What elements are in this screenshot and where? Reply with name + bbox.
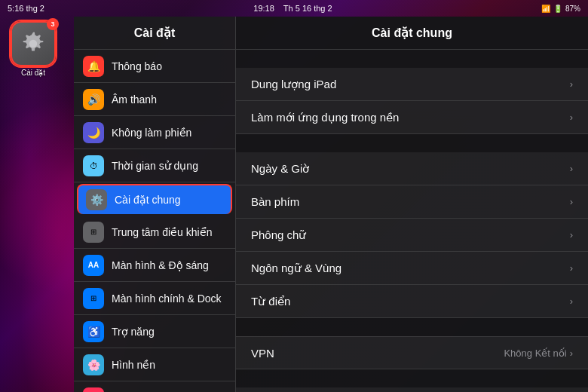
sidebar-item-am-thanh[interactable]: 🔊 Âm thanh — [74, 83, 235, 116]
item-value: › — [570, 112, 573, 123]
sidebar-item-hinh-nen[interactable]: 🌸 Hình nền — [74, 348, 235, 381]
right-panel-content: Dung lượng iPad › Làm mới ứng dụng trong… — [236, 50, 588, 392]
dnd-icon: 🌙 — [83, 122, 104, 143]
sidebar-item-label: Không làm phiền — [112, 127, 191, 139]
status-time: 19:18 Th 5 16 thg 2 — [253, 4, 332, 13]
sidebar-item-siri-tim-kiem[interactable]: 🎙 Siri & Tìm kiếm — [74, 381, 235, 392]
settings-container: Cài đặt 🔔 Thông báo 🔊 Âm thanh 🌙 Không l… — [74, 17, 588, 392]
accessibility-icon: ♿ — [83, 321, 104, 342]
item-label: Từ điển — [251, 295, 290, 308]
item-value: › — [570, 296, 573, 307]
sidebar-item-label: Màn hình & Độ sáng — [112, 259, 209, 271]
right-item-dung-luong-ipad[interactable]: Dung lượng iPad › — [236, 68, 588, 101]
item-value: Không Kết nối › — [504, 348, 573, 359]
chevron-icon: › — [570, 163, 573, 174]
app-badge: 3 — [47, 18, 59, 30]
screentime-icon: ⏱ — [83, 155, 104, 176]
status-bar: 5:16 thg 2 19:18 Th 5 16 thg 2 📶 🔋 87% — [0, 0, 588, 17]
chevron-icon: › — [570, 296, 573, 307]
sidebar-item-label: Hình nền — [112, 359, 155, 371]
item-value: › — [570, 163, 573, 174]
sidebar-item-label: Thông báo — [112, 60, 162, 72]
left-panel: Cài đặt 🔔 Thông báo 🔊 Âm thanh 🌙 Không l… — [74, 17, 236, 392]
sidebar-item-man-hinh-chinh-dock[interactable]: ⊞ Màn hình chính & Dock — [74, 282, 235, 315]
item-value: › — [570, 229, 573, 240]
item-label: Ngày & Giờ — [251, 162, 309, 176]
right-item-phong-chu[interactable]: Phông chữ › — [236, 219, 588, 252]
chevron-icon: › — [570, 262, 573, 274]
section-group-2: Ngày & Giờ › Bàn phím › Phông chữ › Ngôn… — [236, 134, 588, 318]
sidebar-item-label: Trung tâm điều khiển — [112, 226, 212, 238]
section-gap — [236, 134, 588, 152]
right-item-ban-phim[interactable]: Bàn phím › — [236, 185, 588, 219]
section-gap — [236, 369, 588, 387]
chevron-icon: › — [570, 196, 573, 207]
right-item-phap-ly[interactable]: Pháp lý & Quy định › — [236, 387, 588, 392]
section-gap — [236, 318, 588, 336]
sidebar-item-label: Thời gian sử dụng — [112, 160, 198, 172]
sidebar-item-man-hinh-do-sang[interactable]: AA Màn hình & Độ sáng — [74, 249, 235, 282]
gear-icon — [19, 29, 47, 58]
sidebar-item-tro-nang[interactable]: ♿ Trợ năng — [74, 315, 235, 348]
chevron-icon: › — [570, 348, 573, 359]
right-panel: Cài đặt chung Dung lượng iPad › Làm mới … — [236, 17, 588, 392]
right-item-vpn[interactable]: VPN Không Kết nối › — [236, 336, 588, 369]
section-group-legal: Pháp lý & Quy định › — [236, 369, 588, 392]
sidebar-item-label: Âm thanh — [112, 93, 157, 106]
item-label: Bàn phím — [251, 195, 299, 208]
section-group-1: Dung lượng iPad › Làm mới ứng dụng trong… — [236, 50, 588, 134]
control-center-icon: ⊞ — [83, 222, 104, 243]
right-item-ngon-ngu-vung[interactable]: Ngôn ngữ & Vùng › — [236, 252, 588, 285]
status-left: 5:16 thg 2 — [8, 4, 44, 13]
right-item-ngay-gio[interactable]: Ngày & Giờ › — [236, 152, 588, 185]
chevron-icon: › — [570, 229, 573, 240]
sound-icon: 🔊 — [83, 89, 104, 110]
item-value: › — [570, 262, 573, 274]
wifi-icon: 📶 — [541, 5, 550, 13]
notification-icon: 🔔 — [83, 56, 104, 77]
sidebar-item-label: Trợ năng — [112, 326, 155, 338]
section-group-vpn: VPN Không Kết nối › — [236, 318, 588, 369]
home-screen-icon: ⊞ — [83, 288, 104, 309]
status-date: 5:16 thg 2 — [8, 4, 44, 13]
left-panel-items: 🔔 Thông báo 🔊 Âm thanh 🌙 Không làm phiền… — [74, 50, 235, 392]
settings-app-icon[interactable]: 3 — [11, 21, 56, 66]
chevron-icon: › — [570, 78, 573, 90]
right-panel-title: Cài đặt chung — [372, 26, 452, 40]
sidebar-item-thoi-gian-su-dung[interactable]: ⏱ Thời gian sử dụng — [74, 149, 235, 182]
sidebar-item-thong-bao[interactable]: 🔔 Thông báo — [74, 50, 235, 83]
sidebar-item-label: Cài đặt chung — [115, 194, 181, 206]
battery-percent: 87% — [565, 5, 580, 13]
left-panel-title: Cài đặt — [134, 26, 175, 40]
chevron-icon: › — [570, 112, 573, 123]
sidebar-item-label: Màn hình chính & Dock — [112, 292, 222, 305]
sidebar-item-khong-lam-phien[interactable]: 🌙 Không làm phiền — [74, 116, 235, 149]
item-value: › — [570, 196, 573, 207]
item-label: Dung lượng iPad — [251, 78, 336, 91]
section-gap — [236, 50, 588, 68]
item-value: › — [570, 78, 573, 90]
right-item-tu-dien[interactable]: Từ điển › — [236, 285, 588, 318]
status-right: 📶 🔋 87% — [541, 5, 580, 13]
left-panel-header: Cài đặt — [74, 17, 235, 50]
item-label: Ngôn ngữ & Vùng — [251, 262, 341, 275]
settings-general-icon: ⚙️ — [86, 189, 107, 210]
siri-icon: 🎙 — [83, 387, 104, 393]
item-label: VPN — [251, 347, 274, 360]
display-icon: AA — [83, 255, 104, 276]
vpn-status: Không Kết nối — [504, 348, 566, 359]
item-label: Phông chữ — [251, 228, 306, 242]
sidebar-item-trung-tam-dieu-khien[interactable]: ⊞ Trung tâm điều khiển — [74, 216, 235, 249]
app-label: Cài đặt — [21, 69, 45, 77]
item-label: Làm mới ứng dụng trong nền — [251, 111, 399, 124]
wallpaper-icon: 🌸 — [83, 354, 104, 375]
right-item-lam-moi-ung-dung[interactable]: Làm mới ứng dụng trong nền › — [236, 101, 588, 134]
right-panel-header: Cài đặt chung — [236, 17, 588, 50]
battery-icon: 🔋 — [553, 5, 562, 13]
app-icon-container: 3 Cài đặt — [11, 21, 56, 77]
sidebar-item-cai-dat-chung[interactable]: ⚙️ Cài đặt chung — [77, 184, 232, 214]
